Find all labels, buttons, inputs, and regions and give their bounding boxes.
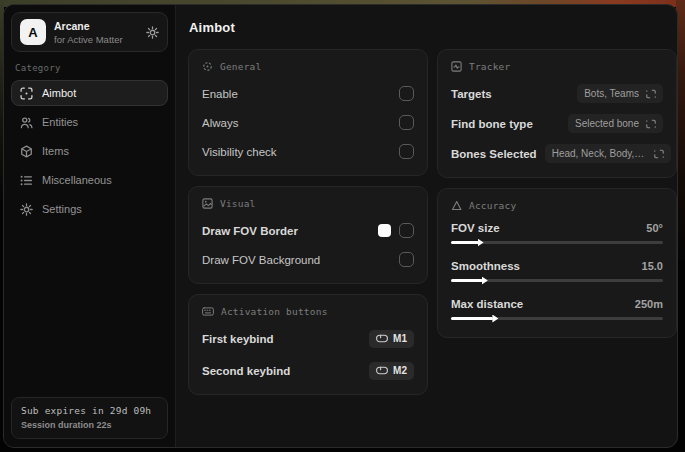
sidebar-item-label: Miscellaneous (42, 174, 112, 186)
setting-row-max-distance: Max distance 250m (451, 298, 663, 324)
setting-row-targets: Targets Bots, Teams (451, 83, 663, 104)
card-tracker-header: Tracker (451, 61, 663, 72)
setting-row-draw-fov-border: Draw FOV Border (202, 220, 414, 241)
right-column: Tracker Targets Bots, Teams (437, 49, 677, 338)
gear-icon[interactable] (146, 26, 159, 39)
setting-label: First keybind (202, 333, 274, 345)
app-name: Arcane (54, 20, 123, 32)
expand-select-icon (654, 149, 664, 159)
card-activation-buttons: Activation buttons First keybind (188, 294, 428, 395)
find-bone-type-select[interactable]: Selected bone (568, 114, 663, 133)
sidebar-item-label: Aimbot (42, 87, 76, 99)
page-title: Aimbot (189, 20, 669, 35)
select-value: Bots, Teams (584, 88, 639, 99)
draw-fov-border-checkbox[interactable] (399, 223, 414, 238)
card-title: General (220, 61, 261, 72)
setting-label: Draw FOV Background (202, 254, 320, 266)
setting-label: Always (202, 117, 238, 129)
sidebar-item-aimbot[interactable]: Aimbot (11, 80, 168, 106)
fov-border-color-swatch[interactable] (378, 224, 391, 237)
slider-thumb[interactable] (482, 277, 488, 285)
card-accuracy-header: Accuracy (451, 200, 663, 211)
setting-label: Smoothness (451, 260, 520, 272)
setting-label: Find bone type (451, 118, 533, 130)
setting-row-find-bone-type: Find bone type Selected bone (451, 113, 663, 134)
mouse-icon (376, 334, 388, 343)
sub-expiry-text: Sub expires in 29d 09h (21, 405, 158, 416)
draw-fov-background-checkbox[interactable] (399, 252, 414, 267)
targets-select[interactable]: Bots, Teams (577, 84, 663, 103)
sidebar-item-miscellaneous[interactable]: Miscellaneous (11, 167, 168, 193)
slider-fill (451, 241, 479, 244)
sidebar: A Arcane for Active Matter Category (4, 5, 176, 447)
fov-size-slider[interactable] (451, 241, 663, 244)
expand-select-icon (646, 119, 656, 129)
aperture-crosshair-icon (202, 61, 213, 72)
card-activation-header: Activation buttons (202, 306, 414, 317)
subscription-status: Sub expires in 29d 09h Session duration … (11, 397, 168, 439)
list-icon (20, 174, 33, 187)
slider-value: 250m (635, 298, 663, 310)
card-title: Activation buttons (221, 306, 328, 317)
image-icon (202, 198, 213, 209)
setting-label: Second keybind (202, 365, 290, 377)
setting-row-enable: Enable (202, 83, 414, 104)
setting-label: Targets (451, 88, 492, 100)
sidebar-item-entities[interactable]: Entities (11, 109, 168, 135)
setting-row-fov-size: FOV size 50° (451, 222, 663, 248)
card-tracker: Tracker Targets Bots, Teams (437, 49, 677, 178)
brand-card: A Arcane for Active Matter (11, 12, 168, 52)
card-accuracy: Accuracy FOV size 50° (437, 188, 677, 338)
card-title: Visual (220, 198, 256, 209)
cube-icon (20, 145, 33, 158)
sidebar-item-label: Items (42, 145, 69, 157)
mouse-icon (376, 366, 388, 375)
gear-icon (20, 203, 33, 216)
card-general: General Enable Always Visibility check (188, 49, 428, 176)
bones-selected-select[interactable]: Head, Neck, Body, Pe... (545, 144, 671, 163)
sidebar-item-label: Entities (42, 116, 78, 128)
main-content: Aimbot General (176, 5, 677, 447)
scan-crosshair-icon (20, 87, 33, 100)
slider-thumb[interactable] (492, 315, 498, 323)
keyboard-icon (202, 306, 214, 317)
setting-label: Draw FOV Border (202, 225, 298, 237)
sidebar-item-items[interactable]: Items (11, 138, 168, 164)
activity-icon (451, 61, 462, 72)
card-visual: Visual Draw FOV Border Draw FOV Backgrou… (188, 186, 428, 284)
setting-label: Max distance (451, 298, 523, 310)
keybind-value: M2 (393, 365, 407, 376)
card-visual-header: Visual (202, 198, 414, 209)
sidebar-item-label: Settings (42, 203, 82, 215)
setting-label: Visibility check (202, 146, 277, 158)
max-distance-slider[interactable] (451, 317, 663, 320)
left-column: General Enable Always Visibility check (188, 49, 428, 395)
card-title: Accuracy (469, 200, 516, 211)
setting-row-first-keybind: First keybind M1 (202, 328, 414, 349)
slider-fill (451, 317, 493, 320)
visibility-check-checkbox[interactable] (399, 144, 414, 159)
brand-text: Arcane for Active Matter (54, 20, 123, 45)
enable-checkbox[interactable] (399, 86, 414, 101)
app-subtitle: for Active Matter (54, 34, 123, 45)
select-value: Selected bone (575, 118, 639, 129)
sidebar-item-settings[interactable]: Settings (11, 196, 168, 222)
app-logo: A (20, 19, 46, 45)
setting-label: Bones Selected (451, 148, 537, 160)
slider-thumb[interactable] (478, 239, 484, 247)
always-checkbox[interactable] (399, 115, 414, 130)
select-value: Head, Neck, Body, Pe... (552, 148, 647, 159)
first-keybind-button[interactable]: M1 (369, 330, 414, 348)
triangle-icon (451, 200, 462, 211)
category-label: Category (15, 63, 168, 73)
session-duration-text: Session duration 22s (21, 420, 158, 430)
expand-select-icon (646, 89, 656, 99)
setting-row-bones-selected: Bones Selected Head, Neck, Body, Pe... (451, 143, 663, 164)
keybind-value: M1 (393, 333, 407, 344)
users-icon (20, 116, 33, 129)
app-window: A Arcane for Active Matter Category (3, 4, 678, 448)
setting-label: FOV size (451, 222, 500, 234)
smoothness-slider[interactable] (451, 279, 663, 282)
second-keybind-button[interactable]: M2 (369, 362, 414, 380)
card-title: Tracker (469, 61, 510, 72)
